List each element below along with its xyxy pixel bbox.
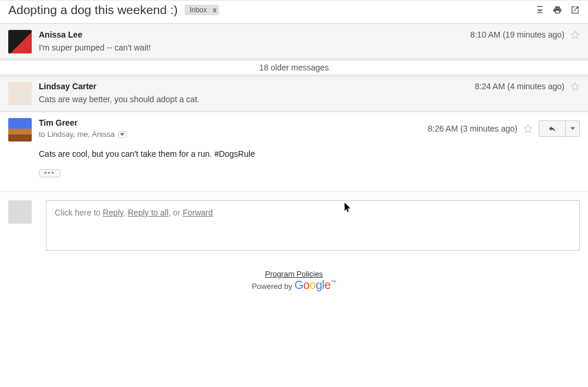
- reply-all-link[interactable]: Reply to all: [128, 208, 168, 217]
- show-trimmed-content-button[interactable]: •••: [39, 169, 61, 177]
- avatar: [8, 200, 32, 224]
- reply-link[interactable]: Reply: [103, 208, 123, 217]
- reply-hint-prefix: Click here to: [55, 208, 103, 217]
- open-new-window-icon[interactable]: [570, 5, 580, 15]
- older-messages-text: 18 older messages: [259, 63, 329, 72]
- avatar: [8, 30, 32, 53]
- sender-name: Anissa Lee: [39, 30, 82, 39]
- show-details-icon[interactable]: [118, 131, 126, 138]
- google-logo: Google™: [295, 278, 336, 291]
- thread-header: Adopting a dog this weekend :) Inbox x: [0, 0, 588, 23]
- reply-section: Click here to Reply, Reply to all, or Fo…: [0, 191, 588, 259]
- footer: Program Policies Powered by Google™: [0, 259, 588, 309]
- label-remove-icon[interactable]: x: [213, 6, 217, 14]
- avatar: [8, 82, 32, 105]
- collapsed-message[interactable]: Lindsay Carter 8:24 AM (4 minutes ago) C…: [0, 75, 588, 112]
- reply-button[interactable]: [539, 120, 566, 137]
- star-icon[interactable]: [523, 124, 533, 133]
- powered-by-text: Powered by: [252, 282, 294, 291]
- star-icon[interactable]: [570, 30, 580, 39]
- recipients-text: to Lindsay, me, Anissa: [39, 130, 115, 139]
- message-snippet: I'm super pumped -- can't wait!: [39, 43, 580, 52]
- label-chip-inbox[interactable]: Inbox x: [185, 5, 219, 15]
- expanded-message: Tim Greer to Lindsay, me, Anissa 8:26 AM…: [0, 112, 588, 183]
- download-icon[interactable]: [535, 5, 544, 15]
- collapsed-message[interactable]: Anissa Lee 8:10 AM (19 minutes ago) I'm …: [0, 23, 588, 60]
- message-body: Cats are cool, but you can't take them f…: [39, 149, 580, 159]
- avatar: [8, 118, 32, 142]
- older-messages-bar[interactable]: 18 older messages: [0, 60, 588, 75]
- message-time: 8:10 AM (19 minutes ago): [470, 30, 564, 39]
- message-time: 8:26 AM (3 minutes ago): [427, 124, 517, 133]
- forward-link[interactable]: Forward: [183, 208, 213, 217]
- message-snippet: Cats are way better, you should adopt a …: [39, 95, 580, 104]
- more-reply-options-button[interactable]: [566, 120, 580, 137]
- message-time: 8:24 AM (4 minutes ago): [475, 82, 564, 91]
- label-chip-text: Inbox: [189, 6, 206, 14]
- print-icon[interactable]: [553, 5, 562, 15]
- star-icon[interactable]: [570, 82, 580, 91]
- sender-name: Tim Greer: [39, 118, 78, 127]
- reply-input[interactable]: Click here to Reply, Reply to all, or Fo…: [46, 200, 580, 251]
- thread-subject: Adopting a dog this weekend :): [8, 3, 178, 17]
- program-policies-link[interactable]: Program Policies: [265, 270, 323, 278]
- sender-name: Lindsay Carter: [39, 82, 96, 91]
